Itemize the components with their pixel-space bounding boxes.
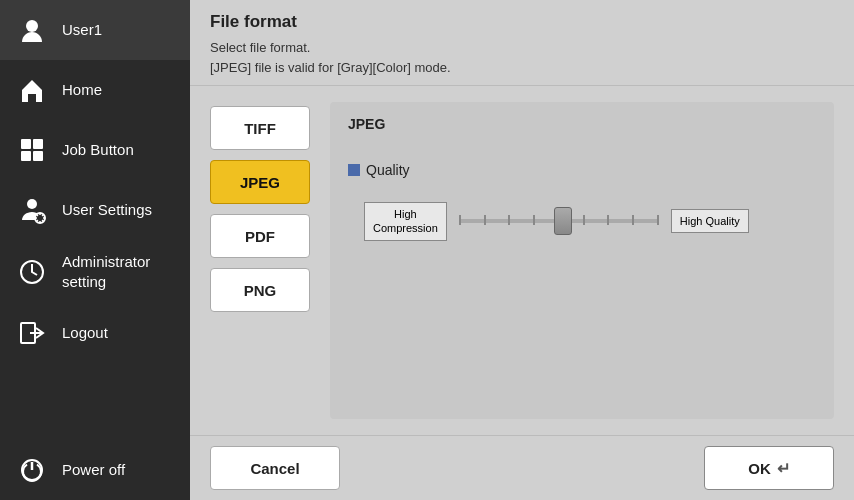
tick-2 [484,215,486,225]
sidebar-item-power-off[interactable]: Power off [0,440,190,500]
ok-button[interactable]: OK ↵ [704,446,834,490]
header: File format Select file format. [JPEG] f… [190,0,854,86]
svg-point-0 [26,20,38,32]
slider-track-wrapper[interactable] [459,219,659,223]
logout-icon [16,317,48,349]
job-icon [16,134,48,166]
admin-icon [16,256,48,288]
tick-9 [657,215,659,225]
desc-line1: Select file format. [210,40,310,55]
settings-icon [16,194,48,226]
quality-indicator-square [348,164,360,176]
sidebar-item-home[interactable]: Home [0,60,190,120]
quality-section: Quality [348,162,816,178]
format-btn-pdf[interactable]: PDF [210,214,310,258]
sidebar-item-home-label: Home [62,80,102,100]
sidebar-item-user[interactable]: User1 [0,0,190,60]
svg-point-6 [27,199,37,209]
footer: Cancel OK ↵ [190,435,854,500]
tick-1 [459,215,461,225]
tick-6 [583,215,585,225]
format-btn-jpeg[interactable]: JPEG [210,160,310,204]
main-area: File format Select file format. [JPEG] f… [190,0,854,500]
desc-line2: [JPEG] file is valid for [Gray][Color] m… [210,60,451,75]
sidebar-item-logout[interactable]: Logout [0,303,190,363]
slider-thumb[interactable] [554,207,572,235]
slider-low-label: High Compression [364,202,447,241]
power-icon [16,454,48,486]
svg-rect-2 [21,139,31,149]
svg-rect-3 [33,139,43,149]
tick-4 [533,215,535,225]
format-buttons-column: TIFF JPEG PDF PNG [210,102,310,419]
svg-rect-5 [33,151,43,161]
sidebar-item-admin-label: Administrator setting [62,252,150,291]
format-btn-png[interactable]: PNG [210,268,310,312]
jpeg-panel: JPEG Quality High Compression [330,102,834,419]
sidebar-item-logout-label: Logout [62,323,108,343]
tick-3 [508,215,510,225]
jpeg-panel-title: JPEG [348,116,816,132]
tick-8 [632,215,634,225]
sidebar: User1 Home Job Button [0,0,190,500]
header-description: Select file format. [JPEG] file is valid… [210,38,834,77]
page-title: File format [210,12,834,32]
sidebar-item-user-label: User1 [62,20,102,40]
home-icon [16,74,48,106]
svg-rect-4 [21,151,31,161]
user-icon [16,14,48,46]
svg-rect-1 [28,94,36,102]
format-btn-tiff[interactable]: TIFF [210,106,310,150]
sidebar-item-user-settings[interactable]: User Settings [0,180,190,240]
slider-high-label: High Quality [671,209,749,233]
sidebar-item-job-label: Job Button [62,140,134,160]
sidebar-item-job-button[interactable]: Job Button [0,120,190,180]
ok-enter-icon: ↵ [777,459,790,478]
cancel-button[interactable]: Cancel [210,446,340,490]
content-area: TIFF JPEG PDF PNG JPEG Quality High Comp… [190,86,854,435]
quality-label: Quality [348,162,410,178]
tick-7 [607,215,609,225]
sidebar-item-admin[interactable]: Administrator setting [0,240,190,303]
sidebar-item-power-label: Power off [62,460,125,480]
sidebar-item-user-settings-label: User Settings [62,200,152,220]
slider-container: High Compression [364,202,816,241]
slider-track[interactable] [459,219,659,223]
